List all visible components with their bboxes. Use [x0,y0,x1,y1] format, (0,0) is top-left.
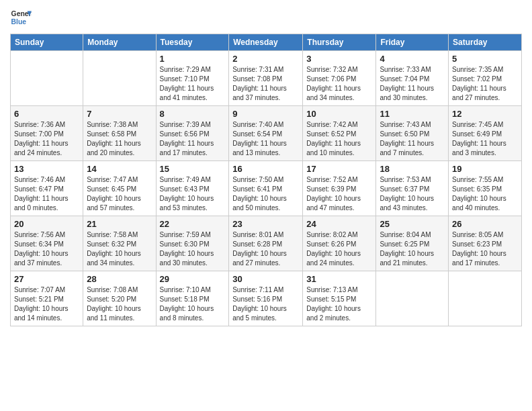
day-number: 5 [452,54,518,64]
day-info: Sunrise: 7:59 AMSunset: 6:30 PMDaylight:… [160,230,226,268]
calendar-cell: 15Sunrise: 7:49 AMSunset: 6:43 PMDayligh… [156,161,229,216]
day-number: 30 [232,274,299,284]
day-info: Sunrise: 7:11 AMSunset: 5:16 PMDaylight:… [232,285,299,323]
calendar-cell: 6Sunrise: 7:36 AMSunset: 7:00 PMDaylight… [11,106,83,161]
logo-icon: General Blue [10,7,32,28]
day-info: Sunrise: 8:05 AMSunset: 6:23 PMDaylight:… [452,230,518,268]
calendar-week-row: 27Sunrise: 7:07 AMSunset: 5:21 PMDayligh… [11,271,522,326]
calendar-cell: 31Sunrise: 7:13 AMSunset: 5:15 PMDayligh… [303,271,376,326]
day-number: 23 [232,219,299,229]
day-info: Sunrise: 7:49 AMSunset: 6:43 PMDaylight:… [160,175,226,213]
day-number: 24 [306,219,372,229]
day-info: Sunrise: 7:50 AMSunset: 6:41 PMDaylight:… [232,175,299,213]
calendar-cell: 20Sunrise: 7:56 AMSunset: 6:34 PMDayligh… [11,216,83,271]
day-info: Sunrise: 7:55 AMSunset: 6:35 PMDaylight:… [452,175,518,213]
column-header-sunday: Sunday [11,34,83,51]
day-number: 14 [87,164,152,174]
calendar-cell: 19Sunrise: 7:55 AMSunset: 6:35 PMDayligh… [449,161,522,216]
day-number: 26 [452,219,518,229]
calendar-cell: 2Sunrise: 7:31 AMSunset: 7:08 PMDaylight… [229,51,303,106]
calendar-table: SundayMondayTuesdayWednesdayThursdayFrid… [10,34,522,326]
day-number: 28 [87,274,152,284]
day-number: 11 [380,109,445,119]
day-info: Sunrise: 7:29 AMSunset: 7:10 PMDaylight:… [160,65,226,103]
calendar-week-row: 6Sunrise: 7:36 AMSunset: 7:00 PMDaylight… [11,106,522,161]
day-number: 4 [380,54,445,64]
day-number: 13 [14,164,79,174]
calendar-cell [83,51,156,106]
header: General Blue [10,7,522,28]
calendar-cell: 9Sunrise: 7:40 AMSunset: 6:54 PMDaylight… [229,106,303,161]
calendar-week-row: 1Sunrise: 7:29 AMSunset: 7:10 PMDaylight… [11,51,522,106]
day-number: 2 [232,54,299,64]
column-header-monday: Monday [83,34,156,51]
calendar-cell: 8Sunrise: 7:39 AMSunset: 6:56 PMDaylight… [156,106,229,161]
day-info: Sunrise: 7:47 AMSunset: 6:45 PMDaylight:… [87,175,152,213]
day-number: 10 [306,109,372,119]
calendar-cell: 27Sunrise: 7:07 AMSunset: 5:21 PMDayligh… [11,271,83,326]
day-info: Sunrise: 7:13 AMSunset: 5:15 PMDaylight:… [306,285,372,323]
calendar-cell: 22Sunrise: 7:59 AMSunset: 6:30 PMDayligh… [156,216,229,271]
day-info: Sunrise: 7:40 AMSunset: 6:54 PMDaylight:… [232,120,299,158]
day-info: Sunrise: 7:39 AMSunset: 6:56 PMDaylight:… [160,120,226,158]
day-number: 7 [87,109,152,119]
calendar-cell [11,51,83,106]
calendar-cell: 5Sunrise: 7:35 AMSunset: 7:02 PMDaylight… [449,51,522,106]
day-number: 20 [14,219,79,229]
day-number: 27 [14,274,79,284]
day-info: Sunrise: 7:56 AMSunset: 6:34 PMDaylight:… [14,230,79,268]
calendar-cell: 23Sunrise: 8:01 AMSunset: 6:28 PMDayligh… [229,216,303,271]
day-number: 17 [306,164,372,174]
page: General Blue SundayMondayTuesdayWednesda… [0,0,532,333]
day-info: Sunrise: 8:02 AMSunset: 6:26 PMDaylight:… [306,230,372,268]
calendar-cell: 17Sunrise: 7:52 AMSunset: 6:39 PMDayligh… [303,161,376,216]
day-info: Sunrise: 7:32 AMSunset: 7:06 PMDaylight:… [306,65,372,103]
day-number: 6 [14,109,79,119]
day-info: Sunrise: 7:52 AMSunset: 6:39 PMDaylight:… [306,175,372,213]
calendar-cell: 11Sunrise: 7:43 AMSunset: 6:50 PMDayligh… [376,106,449,161]
day-number: 22 [160,219,226,229]
day-info: Sunrise: 7:31 AMSunset: 7:08 PMDaylight:… [232,65,299,103]
day-number: 9 [232,109,299,119]
column-header-saturday: Saturday [449,34,522,51]
day-number: 18 [380,164,445,174]
day-info: Sunrise: 7:45 AMSunset: 6:49 PMDaylight:… [452,120,518,158]
calendar-cell: 12Sunrise: 7:45 AMSunset: 6:49 PMDayligh… [449,106,522,161]
day-number: 3 [306,54,372,64]
day-number: 29 [160,274,226,284]
day-number: 12 [452,109,518,119]
calendar-cell: 4Sunrise: 7:33 AMSunset: 7:04 PMDaylight… [376,51,449,106]
calendar-header-row: SundayMondayTuesdayWednesdayThursdayFrid… [11,34,522,51]
calendar-cell: 10Sunrise: 7:42 AMSunset: 6:52 PMDayligh… [303,106,376,161]
calendar-week-row: 13Sunrise: 7:46 AMSunset: 6:47 PMDayligh… [11,161,522,216]
calendar-cell: 1Sunrise: 7:29 AMSunset: 7:10 PMDaylight… [156,51,229,106]
calendar-cell [449,271,522,326]
day-info: Sunrise: 7:36 AMSunset: 7:00 PMDaylight:… [14,120,79,158]
calendar-cell: 3Sunrise: 7:32 AMSunset: 7:06 PMDaylight… [303,51,376,106]
calendar-cell: 21Sunrise: 7:58 AMSunset: 6:32 PMDayligh… [83,216,156,271]
calendar-cell: 14Sunrise: 7:47 AMSunset: 6:45 PMDayligh… [83,161,156,216]
day-info: Sunrise: 7:08 AMSunset: 5:20 PMDaylight:… [87,285,152,323]
day-info: Sunrise: 7:58 AMSunset: 6:32 PMDaylight:… [87,230,152,268]
day-info: Sunrise: 8:01 AMSunset: 6:28 PMDaylight:… [232,230,299,268]
column-header-wednesday: Wednesday [229,34,303,51]
day-info: Sunrise: 7:42 AMSunset: 6:52 PMDaylight:… [306,120,372,158]
svg-text:Blue: Blue [11,18,27,26]
day-info: Sunrise: 8:04 AMSunset: 6:25 PMDaylight:… [380,230,445,268]
column-header-tuesday: Tuesday [156,34,229,51]
day-number: 19 [452,164,518,174]
calendar-cell [376,271,449,326]
day-info: Sunrise: 7:35 AMSunset: 7:02 PMDaylight:… [452,65,518,103]
day-info: Sunrise: 7:38 AMSunset: 6:58 PMDaylight:… [87,120,152,158]
calendar-cell: 7Sunrise: 7:38 AMSunset: 6:58 PMDaylight… [83,106,156,161]
calendar-cell: 18Sunrise: 7:53 AMSunset: 6:37 PMDayligh… [376,161,449,216]
day-info: Sunrise: 7:10 AMSunset: 5:18 PMDaylight:… [160,285,226,323]
day-number: 25 [380,219,445,229]
calendar-cell: 24Sunrise: 8:02 AMSunset: 6:26 PMDayligh… [303,216,376,271]
calendar-cell: 26Sunrise: 8:05 AMSunset: 6:23 PMDayligh… [449,216,522,271]
day-info: Sunrise: 7:46 AMSunset: 6:47 PMDaylight:… [14,175,79,213]
column-header-thursday: Thursday [303,34,376,51]
calendar-cell: 30Sunrise: 7:11 AMSunset: 5:16 PMDayligh… [229,271,303,326]
column-header-friday: Friday [376,34,449,51]
logo: General Blue [10,7,32,28]
